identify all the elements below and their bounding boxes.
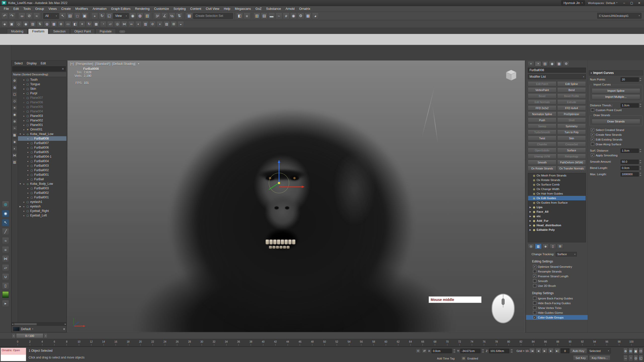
- modifier-button-surface[interactable]: Surface: [557, 148, 586, 153]
- expand-arrow-icon[interactable]: ▶: [529, 211, 532, 213]
- cut-tool-icon[interactable]: ⋈: [2, 255, 9, 262]
- filter-cameras-icon[interactable]: ◉: [12, 112, 17, 117]
- spinner-down-icon[interactable]: ▾: [510, 351, 513, 353]
- display-tab[interactable]: ▦: [556, 61, 562, 66]
- visibility-dot-icon[interactable]: ●: [22, 210, 25, 212]
- menu-ornatrix[interactable]: Ornatrix: [297, 6, 312, 11]
- viewport-filter-icon[interactable]: ▼: [137, 63, 140, 66]
- filter-spacewarps-icon[interactable]: ≈: [12, 126, 17, 130]
- toolbar2-icon-2[interactable]: ▣: [9, 21, 15, 27]
- select-arrow-icon[interactable]: ↖: [2, 219, 9, 226]
- explorer-item-plane005[interactable]: ○▢Plane005: [18, 105, 66, 109]
- toolbar2-icon-18[interactable]: ⋈: [121, 21, 128, 27]
- change-tracking-dropdown[interactable]: Surface ▾: [556, 252, 577, 256]
- user-account-menu[interactable]: Hyunsuk Jin ▾: [561, 1, 585, 5]
- align-icon[interactable]: ≡: [244, 13, 250, 19]
- spinner-up-icon[interactable]: ▴: [639, 77, 642, 79]
- explorer-item-koba-head-low[interactable]: ▼●◇Koba_Head_Low: [18, 132, 66, 136]
- toggle-ribbon-icon[interactable]: ▬: [268, 13, 275, 19]
- motion-tab[interactable]: ◉: [549, 61, 555, 66]
- visibility-dot-icon[interactable]: ○: [22, 102, 25, 103]
- menu-graph-editors[interactable]: Graph Editors: [109, 6, 133, 11]
- previous-frame-icon[interactable]: ◀: [536, 348, 541, 353]
- draw-strands-button[interactable]: Draw Strands: [592, 119, 640, 124]
- visibility-dot-icon[interactable]: ●: [26, 165, 29, 167]
- modifier-button-ffd-2x2x2[interactable]: FFD 2x2x2: [528, 105, 556, 111]
- time-slider-track[interactable]: ‹ 0 / 100 ›: [0, 332, 644, 339]
- key-filters-button[interactable]: Key Filters...: [589, 355, 610, 360]
- menu-customize[interactable]: Customize: [152, 6, 171, 11]
- filter-bones-icon[interactable]: ⋈: [12, 153, 17, 158]
- modify-tab[interactable]: ◔: [535, 61, 541, 66]
- explorer-item-eyelash[interactable]: ▶●▢eyelash: [18, 204, 66, 209]
- keyboard-shortcut-override-icon[interactable]: ▥: [144, 13, 151, 19]
- create-tab[interactable]: +: [528, 61, 534, 66]
- visibility-bulb-icon[interactable]: ◍: [533, 192, 536, 195]
- menu-file[interactable]: File: [2, 6, 11, 11]
- percent-snap-icon[interactable]: %: [169, 13, 175, 19]
- pan-icon[interactable]: ↔: [623, 355, 628, 361]
- option-preserve-strand-length[interactable]: Preserve Strand Length: [526, 274, 588, 279]
- visibility-dot-icon[interactable]: ●: [26, 169, 29, 171]
- visibility-bulb-icon[interactable]: ◍: [533, 229, 536, 231]
- close-button[interactable]: ✕: [635, 0, 643, 6]
- explorer-item-plane007[interactable]: ○▢Plane007: [18, 96, 66, 100]
- blend-length-value[interactable]: 0.0cm: [621, 166, 639, 170]
- orbit-icon[interactable]: ◔: [628, 355, 633, 361]
- visibility-dot-icon[interactable]: ●: [26, 178, 29, 180]
- visibility-dot-icon[interactable]: ●: [22, 206, 25, 207]
- visibility-dot-icon[interactable]: ○: [22, 97, 25, 99]
- max-length-spinner[interactable]: 1000000 ▴▾: [621, 172, 642, 176]
- toolbar2-icon-9[interactable]: ⊕: [58, 21, 64, 27]
- visibility-bulb-icon[interactable]: ◍: [533, 183, 536, 186]
- explorer-menu-display[interactable]: Display: [25, 61, 38, 66]
- explorer-item-eyelash1[interactable]: ●▢eyelash1: [18, 200, 66, 204]
- visibility-dot-icon[interactable]: ●: [26, 147, 29, 149]
- toggle-layer-explorer-icon[interactable]: ▤: [261, 13, 268, 19]
- menu-civil-view[interactable]: Civil View: [204, 6, 222, 11]
- spinner-up-icon[interactable]: ▴: [510, 349, 513, 351]
- option-resample-strands[interactable]: Resample Strands: [526, 269, 588, 274]
- explorer-item-furball[interactable]: ●▢FurBall: [18, 177, 66, 182]
- toolbar2-icon-4[interactable]: ◉: [23, 21, 29, 27]
- toolbar2-icon-15[interactable]: ◔: [100, 21, 106, 27]
- set-key-button[interactable]: Set Key: [573, 355, 588, 360]
- stack-item-ox-rotate-strands[interactable]: ◍Ox Rotate Strands: [528, 178, 586, 182]
- toolbar2-icon-20[interactable]: ◐: [135, 21, 142, 27]
- spinner-down-icon[interactable]: ▾: [639, 105, 642, 108]
- visibility-bulb-icon[interactable]: ◍: [533, 201, 536, 204]
- checkbox-icon[interactable]: [591, 143, 594, 146]
- explorer-item-omni001[interactable]: ●☀Omni001: [18, 127, 66, 132]
- explorer-item-furball003[interactable]: ●▢FurBall003: [18, 163, 66, 168]
- spinner-up-icon[interactable]: ▴: [639, 172, 642, 174]
- scroll-left-icon[interactable]: ◄: [12, 323, 14, 325]
- explorer-item-furball001[interactable]: ●▢FurBall001: [18, 172, 66, 177]
- named-selection-set-field[interactable]: Create Selection Set: [193, 13, 233, 19]
- material-editor-icon[interactable]: ◉: [290, 13, 297, 19]
- option-ignore-back-facing-guides[interactable]: Ignore Back-Facing Guides: [526, 296, 588, 301]
- ribbon-options-icon[interactable]: ⋯: [119, 30, 126, 33]
- viewport-general-menu[interactable]: [+]: [70, 62, 74, 66]
- workspaces-selector[interactable]: Workspaces: Default ▾: [588, 2, 617, 5]
- smooth-amount-spinner[interactable]: 50.0 ▴▾: [621, 159, 642, 164]
- stack-item-ox-guides-from-surface[interactable]: ◍Ox Guides from Surface: [528, 200, 586, 205]
- ribbon-tab-object-paint[interactable]: Object Paint: [70, 29, 95, 34]
- modifier-button-ox-rotate-strands[interactable]: Ox Rotate Strands: [528, 166, 556, 171]
- modifier-button-turn-to-poly[interactable]: Turn to Poly: [557, 129, 586, 135]
- checkbox-icon[interactable]: [591, 138, 594, 141]
- clear-search-icon[interactable]: ✕: [62, 67, 64, 71]
- explorer-menu-edit[interactable]: Edit: [39, 61, 48, 66]
- move-gizmo[interactable]: [256, 158, 307, 198]
- expand-arrow-icon[interactable]: ▶: [529, 215, 532, 217]
- explorer-menu-select[interactable]: Select: [13, 61, 24, 66]
- visibility-dot-icon[interactable]: ●: [22, 115, 25, 117]
- modifier-button-ffd-4x4x4[interactable]: FFD 4x4x4: [557, 105, 586, 111]
- spinner-down-icon[interactable]: ▾: [639, 79, 642, 82]
- color-swatch[interactable]: [2, 291, 9, 298]
- toolbar2-icon-22[interactable]: ⊘: [149, 21, 156, 27]
- visibility-dot-icon[interactable]: ●: [22, 129, 25, 130]
- viewcube[interactable]: [505, 69, 518, 82]
- hierarchy-tab[interactable]: ▤: [542, 61, 548, 66]
- filter-geometry-icon[interactable]: ▢: [12, 92, 17, 97]
- magnet-tool-icon[interactable]: ∪: [2, 273, 9, 280]
